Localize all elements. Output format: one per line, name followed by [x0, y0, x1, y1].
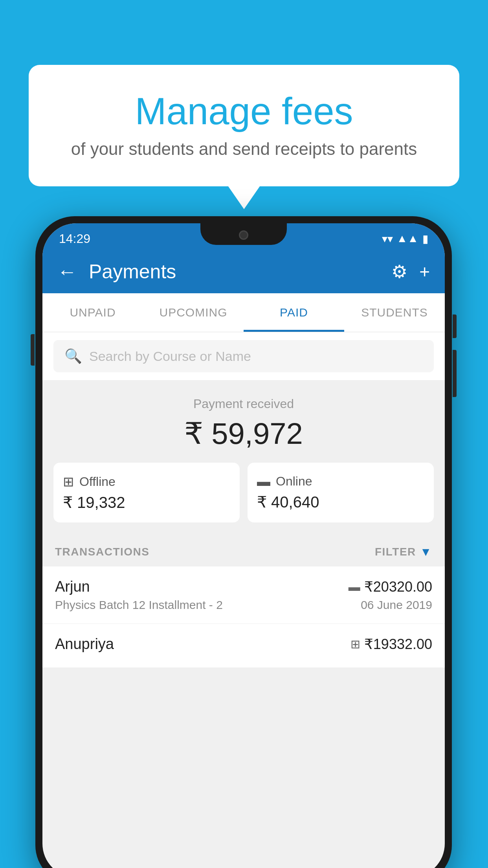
payment-total-amount: ₹ 59,972	[53, 416, 434, 451]
payment-cards: ⊞ Offline ₹ 19,332 ▬ Online ₹ 40,640	[53, 463, 434, 522]
tabs-container: UNPAID UPCOMING PAID STUDENTS	[42, 293, 445, 332]
online-card-header: ▬ Online	[257, 474, 424, 489]
status-time: 14:29	[59, 232, 90, 246]
transaction-amount-wrap: ▬ ₹20320.00	[349, 579, 432, 595]
transaction-bottom: Physics Batch 12 Installment - 2 06 June…	[55, 598, 432, 612]
tab-paid[interactable]: PAID	[244, 293, 344, 332]
transaction-amount-wrap: ⊞ ₹19332.00	[350, 636, 432, 653]
filter-icon: ▼	[420, 545, 432, 559]
table-row[interactable]: Arjun ▬ ₹20320.00 Physics Batch 12 Insta…	[42, 566, 445, 624]
volume-button	[31, 334, 35, 366]
search-bar[interactable]: 🔍 Search by Course or Name	[53, 340, 434, 372]
phone-notch	[200, 223, 287, 245]
phone-screen: 14:29 ▾▾ ▲▲ ▮ ← Payments ⚙ + UNPAID UPCO…	[42, 223, 445, 868]
search-placeholder: Search by Course or Name	[89, 349, 251, 364]
transaction-top: Arjun ▬ ₹20320.00	[55, 578, 432, 595]
battery-icon: ▮	[422, 232, 428, 245]
power-button	[453, 314, 457, 338]
status-icons: ▾▾ ▲▲ ▮	[382, 232, 428, 245]
transaction-amount: ₹19332.00	[364, 636, 432, 653]
offline-icon: ⊞	[63, 474, 74, 489]
transaction-amount: ₹20320.00	[364, 579, 432, 595]
settings-icon[interactable]: ⚙	[391, 261, 407, 282]
payment-received-label: Payment received	[53, 397, 434, 411]
card-payment-icon: ▬	[349, 580, 360, 594]
online-label: Online	[276, 474, 312, 489]
offline-card: ⊞ Offline ₹ 19,332	[53, 463, 240, 522]
payment-summary: Payment received ₹ 59,972 ⊞ Offline ₹ 19…	[42, 380, 445, 534]
speech-bubble-container: Manage fees of your students and send re…	[29, 65, 459, 186]
header-icons: ⚙ +	[391, 261, 430, 282]
online-icon: ▬	[257, 474, 270, 489]
transaction-top: Anupriya ⊞ ₹19332.00	[55, 636, 432, 653]
offline-label: Offline	[79, 474, 116, 489]
filter-button[interactable]: FILTER ▼	[375, 545, 432, 559]
volume-button-right	[453, 350, 457, 397]
transactions-list: Arjun ▬ ₹20320.00 Physics Batch 12 Insta…	[42, 566, 445, 668]
tab-unpaid[interactable]: UNPAID	[42, 293, 143, 332]
online-card: ▬ Online ₹ 40,640	[248, 463, 434, 522]
filter-label: FILTER	[375, 546, 416, 558]
search-icon: 🔍	[64, 348, 82, 364]
wifi-icon: ▾▾	[382, 232, 393, 245]
tab-students[interactable]: STUDENTS	[344, 293, 445, 332]
transaction-name: Arjun	[55, 578, 90, 595]
offline-amount: ₹ 19,332	[63, 493, 230, 511]
transactions-label: TRANSACTIONS	[55, 546, 149, 558]
offline-payment-icon: ⊞	[350, 637, 360, 651]
bubble-title: Manage fees	[60, 90, 428, 132]
add-icon[interactable]: +	[419, 261, 430, 282]
tab-upcoming[interactable]: UPCOMING	[143, 293, 244, 332]
table-row[interactable]: Anupriya ⊞ ₹19332.00	[42, 624, 445, 668]
transaction-date: 06 June 2019	[361, 598, 432, 612]
app-header: ← Payments ⚙ +	[42, 250, 445, 293]
offline-card-header: ⊞ Offline	[63, 474, 230, 489]
phone-frame: 14:29 ▾▾ ▲▲ ▮ ← Payments ⚙ + UNPAID UPCO…	[35, 216, 452, 868]
camera	[239, 230, 248, 240]
signal-icon: ▲▲	[397, 232, 418, 245]
back-button[interactable]: ←	[57, 260, 77, 283]
speech-bubble: Manage fees of your students and send re…	[29, 65, 459, 186]
bubble-subtitle: of your students and send receipts to pa…	[60, 139, 428, 159]
search-container: 🔍 Search by Course or Name	[42, 332, 445, 380]
transactions-header: TRANSACTIONS FILTER ▼	[42, 534, 445, 566]
transaction-name: Anupriya	[55, 636, 114, 653]
online-amount: ₹ 40,640	[257, 493, 424, 511]
transaction-course: Physics Batch 12 Installment - 2	[55, 598, 223, 612]
page-title: Payments	[89, 260, 380, 283]
